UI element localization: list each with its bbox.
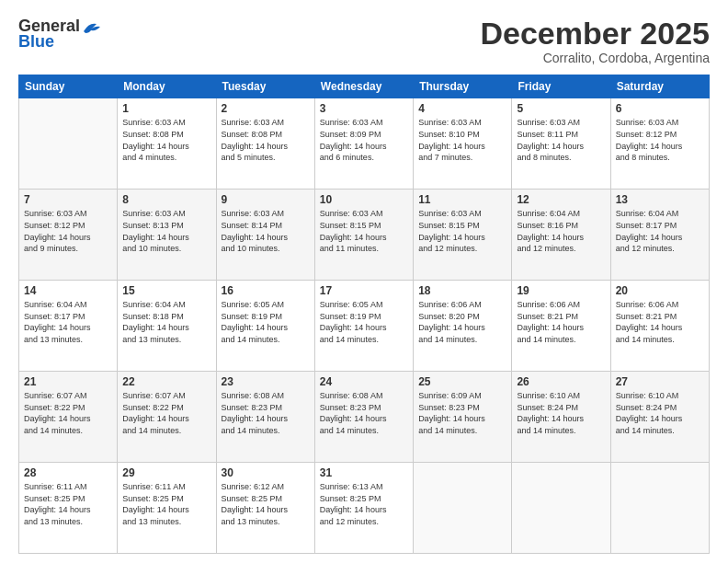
calendar-cell: 16Sunrise: 6:05 AMSunset: 8:19 PMDayligh… <box>216 281 314 372</box>
day-number: 4 <box>418 102 506 115</box>
day-number: 13 <box>616 193 704 206</box>
calendar-cell: 3Sunrise: 6:03 AMSunset: 8:09 PMDaylight… <box>314 98 413 190</box>
day-number: 5 <box>517 102 605 115</box>
calendar-cell: 26Sunrise: 6:10 AMSunset: 8:24 PMDayligh… <box>512 372 610 463</box>
day-info: Sunrise: 6:10 AMSunset: 8:24 PMDaylight:… <box>517 390 605 436</box>
weekday-header-tuesday: Tuesday <box>216 75 314 98</box>
day-number: 26 <box>517 375 605 388</box>
day-number: 24 <box>320 375 408 388</box>
calendar-cell: 17Sunrise: 6:05 AMSunset: 8:19 PMDayligh… <box>314 281 413 372</box>
month-title: December 2025 <box>480 17 710 51</box>
calendar-cell: 14Sunrise: 6:04 AMSunset: 8:17 PMDayligh… <box>19 281 118 372</box>
day-number: 20 <box>616 284 704 297</box>
day-number: 28 <box>24 466 112 479</box>
calendar-cell: 9Sunrise: 6:03 AMSunset: 8:14 PMDaylight… <box>216 190 314 281</box>
day-info: Sunrise: 6:03 AMSunset: 8:10 PMDaylight:… <box>418 117 506 163</box>
weekday-header-friday: Friday <box>512 75 610 98</box>
logo-bird-icon <box>82 18 102 35</box>
day-number: 6 <box>616 102 704 115</box>
calendar-week-row: 1Sunrise: 6:03 AMSunset: 8:08 PMDaylight… <box>19 98 710 190</box>
day-number: 3 <box>320 102 408 115</box>
day-number: 11 <box>418 193 506 206</box>
day-info: Sunrise: 6:06 AMSunset: 8:21 PMDaylight:… <box>616 299 704 345</box>
calendar-cell <box>610 463 709 554</box>
calendar-week-row: 21Sunrise: 6:07 AMSunset: 8:22 PMDayligh… <box>19 372 710 463</box>
calendar-cell <box>414 463 512 554</box>
calendar-cell: 24Sunrise: 6:08 AMSunset: 8:23 PMDayligh… <box>314 372 413 463</box>
day-number: 7 <box>24 193 112 206</box>
weekday-header-saturday: Saturday <box>610 75 709 98</box>
calendar-cell: 1Sunrise: 6:03 AMSunset: 8:08 PMDaylight… <box>118 98 216 190</box>
day-info: Sunrise: 6:03 AMSunset: 8:11 PMDaylight:… <box>517 117 605 163</box>
weekday-header-wednesday: Wednesday <box>314 75 413 98</box>
day-number: 22 <box>122 375 210 388</box>
day-info: Sunrise: 6:08 AMSunset: 8:23 PMDaylight:… <box>320 390 408 436</box>
logo: General Blue <box>18 17 102 52</box>
day-number: 18 <box>418 284 506 297</box>
weekday-header-sunday: Sunday <box>19 75 118 98</box>
calendar-cell: 6Sunrise: 6:03 AMSunset: 8:12 PMDaylight… <box>610 98 709 190</box>
calendar-cell <box>512 463 610 554</box>
calendar-cell: 13Sunrise: 6:04 AMSunset: 8:17 PMDayligh… <box>610 190 709 281</box>
calendar-table: SundayMondayTuesdayWednesdayThursdayFrid… <box>18 75 710 554</box>
day-info: Sunrise: 6:04 AMSunset: 8:17 PMDaylight:… <box>616 208 704 254</box>
day-info: Sunrise: 6:06 AMSunset: 8:20 PMDaylight:… <box>418 299 506 345</box>
day-number: 27 <box>616 375 704 388</box>
day-info: Sunrise: 6:05 AMSunset: 8:19 PMDaylight:… <box>222 299 310 345</box>
calendar-cell: 7Sunrise: 6:03 AMSunset: 8:12 PMDaylight… <box>19 190 118 281</box>
day-info: Sunrise: 6:03 AMSunset: 8:12 PMDaylight:… <box>616 117 704 163</box>
calendar-cell: 5Sunrise: 6:03 AMSunset: 8:11 PMDaylight… <box>512 98 610 190</box>
calendar-cell <box>19 98 118 190</box>
day-info: Sunrise: 6:03 AMSunset: 8:08 PMDaylight:… <box>122 117 210 163</box>
day-number: 16 <box>222 284 310 297</box>
header: General Blue December 2025 Corralito, Co… <box>18 17 710 65</box>
calendar-cell: 29Sunrise: 6:11 AMSunset: 8:25 PMDayligh… <box>118 463 216 554</box>
day-info: Sunrise: 6:03 AMSunset: 8:08 PMDaylight:… <box>222 117 310 163</box>
day-info: Sunrise: 6:11 AMSunset: 8:25 PMDaylight:… <box>122 481 210 527</box>
day-number: 19 <box>517 284 605 297</box>
day-number: 23 <box>222 375 310 388</box>
calendar-cell: 27Sunrise: 6:10 AMSunset: 8:24 PMDayligh… <box>610 372 709 463</box>
calendar-cell: 2Sunrise: 6:03 AMSunset: 8:08 PMDaylight… <box>216 98 314 190</box>
day-info: Sunrise: 6:07 AMSunset: 8:22 PMDaylight:… <box>24 390 112 436</box>
day-info: Sunrise: 6:10 AMSunset: 8:24 PMDaylight:… <box>616 390 704 436</box>
calendar-cell: 30Sunrise: 6:12 AMSunset: 8:25 PMDayligh… <box>216 463 314 554</box>
location-subtitle: Corralito, Cordoba, Argentina <box>480 51 710 65</box>
calendar-cell: 19Sunrise: 6:06 AMSunset: 8:21 PMDayligh… <box>512 281 610 372</box>
calendar-cell: 31Sunrise: 6:13 AMSunset: 8:25 PMDayligh… <box>314 463 413 554</box>
calendar-cell: 28Sunrise: 6:11 AMSunset: 8:25 PMDayligh… <box>19 463 118 554</box>
day-number: 2 <box>222 102 310 115</box>
day-number: 25 <box>418 375 506 388</box>
day-info: Sunrise: 6:03 AMSunset: 8:09 PMDaylight:… <box>320 117 408 163</box>
day-number: 15 <box>122 284 210 297</box>
day-info: Sunrise: 6:03 AMSunset: 8:15 PMDaylight:… <box>418 208 506 254</box>
day-info: Sunrise: 6:08 AMSunset: 8:23 PMDaylight:… <box>222 390 310 436</box>
calendar-cell: 15Sunrise: 6:04 AMSunset: 8:18 PMDayligh… <box>118 281 216 372</box>
calendar-cell: 23Sunrise: 6:08 AMSunset: 8:23 PMDayligh… <box>216 372 314 463</box>
calendar-cell: 25Sunrise: 6:09 AMSunset: 8:23 PMDayligh… <box>414 372 512 463</box>
day-info: Sunrise: 6:12 AMSunset: 8:25 PMDaylight:… <box>222 481 310 527</box>
calendar-week-row: 7Sunrise: 6:03 AMSunset: 8:12 PMDaylight… <box>19 190 710 281</box>
calendar-cell: 20Sunrise: 6:06 AMSunset: 8:21 PMDayligh… <box>610 281 709 372</box>
weekday-header-thursday: Thursday <box>414 75 512 98</box>
weekday-header-monday: Monday <box>118 75 216 98</box>
day-number: 29 <box>122 466 210 479</box>
day-info: Sunrise: 6:04 AMSunset: 8:16 PMDaylight:… <box>517 208 605 254</box>
day-number: 14 <box>24 284 112 297</box>
day-info: Sunrise: 6:05 AMSunset: 8:19 PMDaylight:… <box>320 299 408 345</box>
day-info: Sunrise: 6:07 AMSunset: 8:22 PMDaylight:… <box>122 390 210 436</box>
calendar-cell: 8Sunrise: 6:03 AMSunset: 8:13 PMDaylight… <box>118 190 216 281</box>
day-number: 8 <box>122 193 210 206</box>
calendar-cell: 21Sunrise: 6:07 AMSunset: 8:22 PMDayligh… <box>19 372 118 463</box>
page: General Blue December 2025 Corralito, Co… <box>0 0 728 563</box>
day-number: 30 <box>222 466 310 479</box>
calendar-week-row: 14Sunrise: 6:04 AMSunset: 8:17 PMDayligh… <box>19 281 710 372</box>
day-info: Sunrise: 6:04 AMSunset: 8:18 PMDaylight:… <box>122 299 210 345</box>
day-info: Sunrise: 6:04 AMSunset: 8:17 PMDaylight:… <box>24 299 112 345</box>
day-info: Sunrise: 6:09 AMSunset: 8:23 PMDaylight:… <box>418 390 506 436</box>
calendar-cell: 10Sunrise: 6:03 AMSunset: 8:15 PMDayligh… <box>314 190 413 281</box>
day-number: 21 <box>24 375 112 388</box>
day-info: Sunrise: 6:03 AMSunset: 8:12 PMDaylight:… <box>24 208 112 254</box>
day-info: Sunrise: 6:03 AMSunset: 8:14 PMDaylight:… <box>222 208 310 254</box>
day-number: 9 <box>222 193 310 206</box>
